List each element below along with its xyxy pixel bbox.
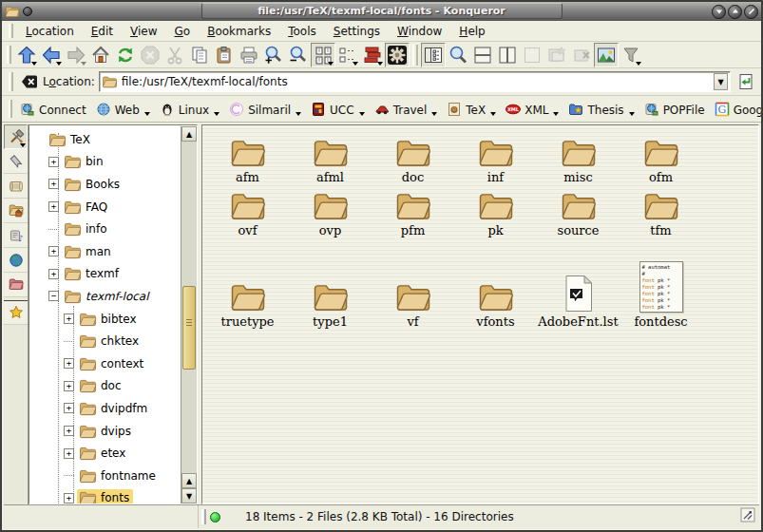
maximize-button[interactable]: [728, 5, 742, 19]
menubar-grip[interactable]: [9, 24, 13, 38]
sidebar-bookmarks-button[interactable]: [4, 149, 28, 174]
menu-bookmarks[interactable]: Bookmarks: [200, 23, 278, 40]
locationbar-grip[interactable]: [9, 72, 13, 91]
tree-item-dvips[interactable]: +dvips: [29, 420, 181, 443]
sidebar-network-button[interactable]: [4, 248, 28, 273]
tree-item-context[interactable]: +context: [29, 352, 181, 375]
sidebar-services-button[interactable]: ♪: [4, 223, 28, 248]
file-item-adobefnt-lst[interactable]: AdobeFnt.lst: [537, 238, 620, 329]
minimize-button[interactable]: [712, 5, 726, 19]
file-item-vfonts[interactable]: vfonts: [454, 238, 537, 329]
tree-item-texmf-local[interactable]: −texmf-local: [29, 285, 181, 308]
home-button[interactable]: [88, 43, 113, 67]
menu-edit[interactable]: Edit: [84, 23, 121, 40]
bookmarkbar-grip[interactable]: [9, 100, 12, 118]
sidebar-home-button[interactable]: [4, 199, 28, 223]
tree-item-tex[interactable]: TeX: [29, 128, 181, 151]
menu-location[interactable]: Location: [18, 23, 82, 40]
tree-expander-plus[interactable]: +: [48, 269, 59, 279]
paste-button[interactable]: [212, 43, 237, 67]
resize-grip-icon[interactable]: [740, 507, 755, 526]
file-item-vf[interactable]: vf: [372, 238, 454, 329]
statusbar-handle[interactable]: [201, 509, 206, 524]
up-button[interactable]: [14, 43, 39, 67]
split-left-right-button[interactable]: [495, 43, 520, 67]
tree-expander-plus[interactable]: +: [64, 403, 74, 413]
bookmark-connect[interactable]: Connect: [15, 100, 91, 119]
close-button[interactable]: [744, 5, 758, 19]
bookmark-thesis[interactable]: Thesis: [563, 100, 639, 119]
back-button[interactable]: [39, 43, 64, 67]
tree-expander-plus[interactable]: +: [64, 493, 74, 504]
file-item-doc[interactable]: doc: [372, 133, 454, 184]
tree-expander-minus[interactable]: −: [48, 291, 59, 301]
image-gallery-button[interactable]: [594, 43, 619, 67]
file-item-pfm[interactable]: pfm: [372, 184, 454, 238]
file-item-type1[interactable]: type1: [289, 238, 372, 329]
clear-location-icon[interactable]: [20, 72, 39, 91]
file-item-afm[interactable]: afm: [206, 133, 289, 184]
print-button[interactable]: [237, 43, 261, 67]
tree-item-doc[interactable]: +doc: [29, 375, 181, 398]
tree-item-chktex[interactable]: chktex: [29, 330, 181, 352]
tree-item-bibtex[interactable]: +bibtex: [29, 308, 181, 331]
sidebar-history-button[interactable]: [4, 174, 28, 199]
tree-item-info[interactable]: info: [29, 218, 181, 240]
bookmark-popfile[interactable]: POPFile: [639, 100, 710, 119]
menu-go[interactable]: Go: [167, 23, 199, 40]
tree-expander-plus[interactable]: +: [48, 246, 59, 256]
bookmark-google[interactable]: GGoogle: [710, 100, 763, 119]
bookmark-ucc[interactable]: UCC: [306, 100, 370, 119]
tree-item-books[interactable]: +Books: [29, 173, 181, 196]
copy-button[interactable]: [187, 43, 212, 67]
file-item-ovp[interactable]: ovp: [289, 184, 372, 238]
bookmark-tex[interactable]: TeX: [442, 100, 501, 119]
file-item-afml[interactable]: afml: [289, 133, 372, 184]
show-sidebar-button[interactable]: [421, 43, 446, 67]
menu-help[interactable]: Help: [451, 23, 492, 40]
tree-scrollbar[interactable]: ▲ ▲ ▼: [181, 126, 197, 504]
go-button[interactable]: [734, 70, 757, 93]
tree-expander-plus[interactable]: +: [64, 448, 74, 459]
sidebar-root-button[interactable]: [4, 273, 28, 297]
tree-expander-plus[interactable]: +: [64, 426, 74, 436]
icon-view-button[interactable]: [311, 43, 335, 67]
menu-window[interactable]: Window: [390, 23, 449, 40]
file-item-truetype[interactable]: truetype: [206, 238, 289, 329]
scroll-up-button-bottom[interactable]: ▲: [181, 473, 197, 488]
file-item-ovf[interactable]: ovf: [206, 184, 289, 238]
tree-expander-plus[interactable]: +: [64, 358, 74, 369]
reload-button[interactable]: [113, 43, 138, 67]
file-item-fontdesc[interactable]: # automat#font pk *font pk *font pk *fon…: [620, 238, 702, 329]
tree-item-fontname[interactable]: fontname: [29, 465, 181, 487]
tree-item-faq[interactable]: +FAQ: [29, 196, 181, 218]
scroll-up-button[interactable]: ▲: [181, 126, 197, 142]
find-button[interactable]: [446, 43, 470, 67]
konqueror-gear-button[interactable]: [385, 43, 410, 67]
file-item-pk[interactable]: pk: [454, 184, 537, 238]
filter-button[interactable]: [619, 43, 643, 67]
toolbar-grip[interactable]: [7, 46, 11, 64]
tree-item-dvipdfm[interactable]: +dvipdfm: [29, 397, 181, 420]
text-view-button[interactable]: [360, 43, 385, 67]
bookmark-travel[interactable]: Travel: [370, 100, 443, 119]
menu-view[interactable]: View: [123, 23, 164, 40]
scrollbar-thumb[interactable]: [182, 286, 196, 370]
location-value[interactable]: file:/usr/TeX/texmf-local/fonts: [122, 75, 710, 88]
menu-tools[interactable]: Tools: [280, 23, 324, 40]
tree-item-fonts[interactable]: +fonts: [29, 487, 181, 504]
bookmark-silmaril[interactable]: Silmaril: [224, 100, 306, 119]
tree-expander-plus[interactable]: +: [64, 381, 74, 391]
bookmark-web[interactable]: Web: [91, 100, 155, 119]
scroll-down-button[interactable]: ▼: [181, 488, 197, 504]
location-dropdown-button[interactable]: ▼: [714, 73, 728, 90]
zoom-out-button[interactable]: [286, 43, 311, 67]
sidebar-config-button[interactable]: [4, 124, 28, 149]
bookmark-xml[interactable]: XMLXML: [501, 100, 563, 119]
tree-item-etex[interactable]: +etex: [29, 442, 181, 465]
tree-expander-plus[interactable]: +: [48, 179, 59, 189]
sticky-button[interactable]: [23, 7, 32, 16]
menu-settings[interactable]: Settings: [326, 23, 388, 40]
tree-item-man[interactable]: +man: [29, 240, 181, 263]
file-item-misc[interactable]: misc: [537, 133, 620, 184]
